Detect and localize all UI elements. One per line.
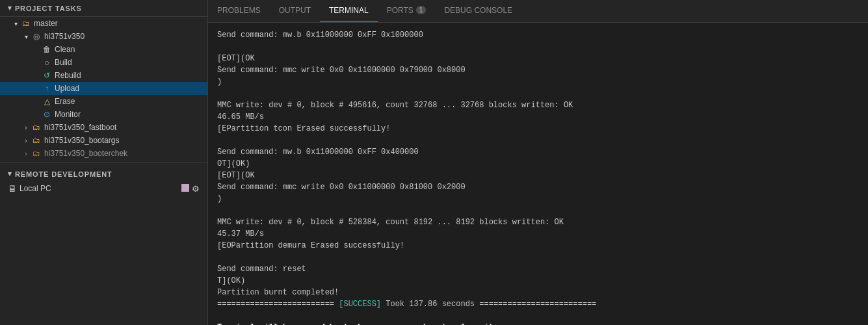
section-divider bbox=[0, 162, 207, 163]
chevron-right-icon: › bbox=[21, 135, 31, 146]
folder-icon: 🗂 bbox=[31, 148, 42, 159]
chevron-right-icon: › bbox=[21, 148, 31, 159]
terminal-line-5 bbox=[217, 88, 859, 99]
terminal-line-11: OT](OK) bbox=[217, 158, 859, 170]
chevron-down-icon: ▾ bbox=[8, 4, 12, 12]
chevron-down-icon: ▾ bbox=[21, 31, 31, 42]
terminal-line-1 bbox=[217, 41, 859, 53]
chevron-down-icon: ▾ bbox=[10, 18, 21, 29]
terminal-line-2: [EOT](OK bbox=[217, 53, 859, 64]
terminal-line-15 bbox=[217, 205, 859, 216]
tab-debug-console[interactable]: DEBUG CONSOLE bbox=[435, 0, 521, 22]
sidebar-item-bootargs[interactable]: › 🗂 hi3751v350_bootargs bbox=[0, 134, 207, 147]
local-pc-left: 🖥 Local PC bbox=[8, 183, 51, 194]
main-panel: PROBLEMS OUTPUT TERMINAL PORTS 1 DEBUG C… bbox=[208, 0, 868, 325]
terminal-line-14: ) bbox=[217, 193, 859, 205]
stop-button[interactable] bbox=[181, 184, 189, 192]
terminal-line-4: ) bbox=[217, 76, 859, 88]
terminal-line-3: Send command: mmc write 0x0 0x11000000 0… bbox=[217, 64, 859, 76]
terminal-line-22: Partition burnt completed! bbox=[217, 287, 859, 298]
terminal-line-9 bbox=[217, 135, 859, 146]
sidebar-item-rebuild[interactable]: ↺ Rebuild bbox=[0, 69, 207, 82]
tab-terminal[interactable]: TERMINAL bbox=[320, 0, 378, 22]
sidebar: ▾ PROJECT TASKS ▾ 🗂 master ▾ ◎ hi3751v35… bbox=[0, 0, 208, 325]
terminal-line-25: Terminal will be reused by tasks, press … bbox=[217, 322, 859, 325]
target-icon: ◎ bbox=[31, 31, 42, 42]
sidebar-item-upload[interactable]: ↑ Upload bbox=[0, 82, 207, 95]
terminal-line-7: 46.65 MB/s bbox=[217, 111, 859, 123]
success-badge: [SUCCESS] bbox=[339, 300, 381, 309]
terminal-line-16: MMC write: dev # 0, block # 528384, coun… bbox=[217, 216, 859, 228]
terminal-line-6: MMC write: dev # 0, block # 495616, coun… bbox=[217, 99, 859, 111]
chevron-right-icon: › bbox=[21, 122, 31, 133]
sidebar-item-monitor[interactable]: ⊙ Monitor bbox=[0, 108, 207, 121]
terminal-line-8: [EPartition tcon Erased successfully! bbox=[217, 123, 859, 135]
tabs-bar: PROBLEMS OUTPUT TERMINAL PORTS 1 DEBUG C… bbox=[208, 0, 868, 23]
monitor-icon: ⊙ bbox=[42, 109, 52, 120]
rebuild-icon: ↺ bbox=[42, 70, 52, 81]
trash-icon: 🗑 bbox=[42, 44, 52, 55]
warning-icon: △ bbox=[42, 96, 52, 107]
terminal-line-17: 45.37 MB/s bbox=[217, 228, 859, 240]
terminal-line-23: ========================= [SUCCESS] Took… bbox=[217, 298, 859, 310]
ports-badge: 1 bbox=[416, 6, 427, 14]
terminal-line-0: Send command: mw.b 0x11000000 0xFF 0x100… bbox=[217, 29, 859, 41]
terminal-line-18: [EOPartition demura Erased successfully! bbox=[217, 240, 859, 252]
folder-icon: 🗂 bbox=[31, 122, 42, 133]
remote-dev-header: ▾ REMOTE DEVELOPMENT bbox=[0, 166, 207, 182]
terminal-line-20: Send command: reset bbox=[217, 263, 859, 275]
sidebar-item-clean[interactable]: 🗑 Clean bbox=[0, 43, 207, 56]
monitor-icon: 🖥 bbox=[8, 183, 17, 194]
terminal-line-24 bbox=[217, 310, 859, 322]
sidebar-item-build[interactable]: ○ Build bbox=[0, 56, 207, 69]
sidebar-item-master[interactable]: ▾ 🗂 master bbox=[0, 17, 207, 30]
sidebar-item-erase[interactable]: △ Erase bbox=[0, 95, 207, 108]
sidebar-item-booterchek[interactable]: › 🗂 hi3751v350_booterchek bbox=[0, 147, 207, 160]
tab-output[interactable]: OUTPUT bbox=[270, 0, 320, 22]
sidebar-item-fastboot[interactable]: › 🗂 hi3751v350_fastboot bbox=[0, 121, 207, 134]
terminal-line-10: Send command: mw.b 0x11000000 0xFF 0x400… bbox=[217, 146, 859, 158]
tab-ports[interactable]: PORTS 1 bbox=[378, 0, 436, 22]
terminal-line-19 bbox=[217, 252, 859, 263]
sidebar-item-hi3751v350[interactable]: ▾ ◎ hi3751v350 bbox=[0, 30, 207, 43]
gear-icon[interactable]: ⚙ bbox=[192, 184, 200, 194]
chevron-down-icon: ▾ bbox=[8, 170, 12, 178]
local-pc-actions: ⚙ bbox=[181, 184, 200, 194]
local-pc-label: Local PC bbox=[20, 184, 51, 193]
folder-icon: 🗂 bbox=[31, 135, 42, 146]
project-tasks-header: ▾ PROJECT TASKS bbox=[0, 0, 207, 17]
terminal-line-12: [EOT](OK bbox=[217, 170, 859, 181]
terminal-line-13: Send command: mmc write 0x0 0x11000000 0… bbox=[217, 181, 859, 193]
folder-icon: 🗂 bbox=[21, 18, 31, 29]
upload-icon: ↑ bbox=[42, 83, 52, 94]
circle-icon: ○ bbox=[42, 57, 52, 68]
terminal-content[interactable]: Send command: mw.b 0x11000000 0xFF 0x100… bbox=[208, 23, 868, 325]
terminal-line-21: T](OK) bbox=[217, 275, 859, 287]
local-pc-row: 🖥 Local PC ⚙ bbox=[0, 182, 207, 195]
tab-problems[interactable]: PROBLEMS bbox=[208, 0, 270, 22]
